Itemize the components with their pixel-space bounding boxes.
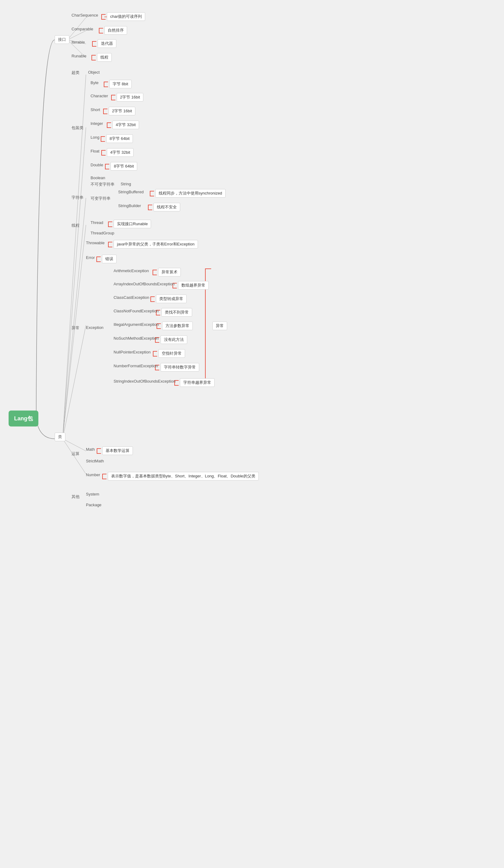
label-comparable: Comparable [72,27,93,31]
bracket-iterable [92,41,96,46]
bracket-error [96,257,101,262]
desc-nullpointer: 空指针异常 [158,349,185,358]
bracket-classcast [151,296,155,302]
desc-long: 8字节 64bit [106,134,133,143]
bracket-math [97,448,101,454]
label-class: 类 [55,433,65,441]
desc-float: 4字节 32bit [107,148,134,157]
label-numberformat: NumberFormatException [114,364,158,368]
bracket-float [101,150,105,156]
bracket-byte [104,82,108,87]
desc-classcast: 类型转成异常 [156,294,187,303]
label-wrapper: 包装类 [72,125,83,131]
bracket-comparable [99,28,103,33]
desc-thread: 实现接口Runable [114,220,151,228]
label-mutable: 可变字符串 [91,196,111,201]
desc-stringidx: 字符串越界异常 [180,378,215,387]
label-short: Short [91,107,100,112]
svg-line-6 [63,198,86,439]
label-nullpointer: NullPointerException [114,350,151,354]
label-other-category: 其他 [72,494,80,499]
label-system: System [86,492,99,496]
desc-short: 2字节 16bit [109,107,135,115]
label-immutable: 不可变字符串 [91,182,114,187]
desc-character: 2字节 16bit [117,93,143,102]
label-runable: Runable [72,54,86,58]
label-exception: Exception [86,325,103,330]
label-iterable: Iterable [72,40,85,44]
desc-stringbuilder: 线程不安全 [153,203,180,211]
label-charsequence: CharSequence [72,13,98,18]
label-threadgroup: ThreadGroup [91,231,114,235]
label-illegalarg: IllegalArgumentException [114,322,159,327]
desc-throwable: java中异常的父类，子类有Error和Exception [114,240,198,249]
desc-arrayidx: 数组越界异常 [178,281,209,290]
desc-arith: 异常算术 [158,268,181,277]
svg-line-5 [63,127,86,439]
bracket-number [102,474,106,479]
label-string-val: String [121,182,131,186]
desc-double: 8字节 64bit [111,162,137,170]
bracket-stringbuffered [150,191,154,196]
label-object: Object [88,70,100,74]
bracket-double [105,164,109,169]
label-integer: Integer [91,121,103,126]
desc-comparable: 自然排序 [104,26,127,35]
bracket-thread [108,221,112,227]
desc-numberformat: 字符串转数字异常 [161,363,199,372]
label-double: Double [91,163,103,167]
label-math-category: 运算 [72,451,80,456]
svg-line-1 [68,31,86,40]
label-classcast: ClassCastException [114,295,149,300]
label-package: Package [86,503,102,507]
svg-line-9 [63,439,86,451]
label-error: Error [86,255,95,260]
bracket-runable [92,55,96,60]
label-arith: ArithmeticException [114,268,149,273]
label-stringbuffered: StringBuffered [118,189,144,194]
root-node: Lang包 [9,411,38,426]
desc-exception-outer: 异常 [213,322,227,330]
desc-integer: 4字节 32bit [112,121,139,129]
desc-iterable: 迭代器 [97,39,116,48]
label-strictmath: StrictMath [86,459,104,463]
label-float: Float [91,149,100,153]
desc-number: 表示数字值，是基本数据类型Byte、Short、Integer、Long、Flo… [108,472,259,480]
label-character: Character [91,94,108,98]
desc-nosuchmethod: 没有此方法 [161,335,187,344]
bracket-stringbuilder [148,205,152,210]
desc-classnotfound: 类找不到异常 [162,308,192,317]
desc-math: 基本数学运算 [102,446,133,455]
bracket-short [103,108,107,114]
label-stringidx: StringIndexOutOfBoundsException [114,379,176,383]
desc-error: 错误 [102,255,117,263]
label-superclass: 超类 [72,70,80,75]
desc-charsequence: char值的可读序列 [107,12,145,21]
label-stringbuilder: StringBuilder [118,204,141,208]
svg-line-7 [63,225,86,439]
label-boolean: Boolean [91,176,105,180]
bracket-character [111,95,115,100]
bracket-throwable [108,242,112,247]
label-exception-category: 异常 [72,325,80,331]
label-classnotfound: ClassNotFoundException [114,309,159,313]
label-throwable: Throwable [86,240,105,245]
svg-line-8 [63,325,86,439]
desc-stringbuffered: 线程同步，方法中使用synchronized [155,189,226,198]
bracket-integer [107,122,111,128]
desc-illegalarg: 方法参数异常 [162,322,193,330]
label-thread-category: 线程 [72,223,80,228]
label-interface: 接口 [55,35,69,44]
label-math: Math [86,447,95,452]
label-nosuchmethod: NoSuchMethodException [114,336,159,341]
bracket-long [101,136,105,142]
bracket-nullpointer [153,351,157,356]
bracket-arith [153,270,157,275]
label-string-category: 字符串 [72,195,83,200]
label-byte: Byte [91,80,99,85]
label-long: Long [91,135,100,140]
label-thread: Thread [91,220,103,225]
desc-byte: 字节 8bit [109,80,132,89]
bracket-charsequence [101,14,105,20]
label-number: Number [86,473,100,477]
